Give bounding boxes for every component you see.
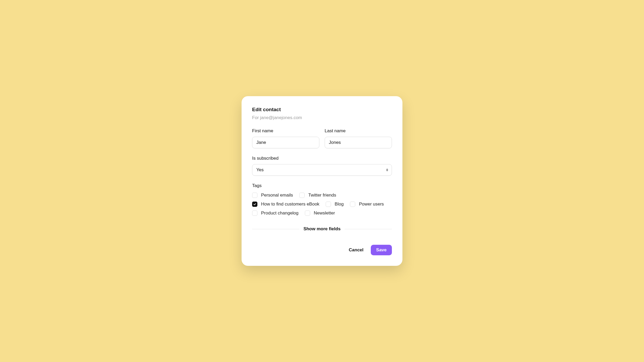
- tag-checkbox-item[interactable]: Newsletter: [305, 211, 335, 216]
- cancel-button[interactable]: Cancel: [349, 247, 364, 253]
- tags-list: Personal emailsTwitter friendsHow to fin…: [252, 193, 392, 216]
- last-name-label: Last name: [325, 128, 392, 134]
- subscribed-select-wrapper: Yes: [252, 164, 392, 176]
- tags-label: Tags: [252, 183, 392, 188]
- checkbox-box[interactable]: [252, 202, 257, 207]
- show-more-divider: Show more fields: [252, 226, 392, 232]
- modal-subtitle: For jane@janejones.com: [252, 115, 392, 120]
- checkbox-box[interactable]: [252, 193, 257, 198]
- edit-contact-modal: Edit contact For jane@janejones.com Firs…: [242, 96, 402, 266]
- modal-title: Edit contact: [252, 107, 392, 112]
- checkbox-label: Blog: [335, 202, 344, 207]
- tags-group: Tags Personal emailsTwitter friendsHow t…: [252, 183, 392, 216]
- tag-checkbox-item[interactable]: Personal emails: [252, 193, 293, 198]
- save-button[interactable]: Save: [371, 245, 392, 255]
- divider-line: [345, 229, 392, 229]
- last-name-group: Last name: [325, 128, 392, 148]
- checkbox-label: Newsletter: [314, 211, 335, 216]
- checkbox-box[interactable]: [305, 211, 310, 216]
- checkbox-box[interactable]: [350, 202, 355, 207]
- tag-checkbox-item[interactable]: Product changelog: [252, 211, 299, 216]
- checkbox-label: Power users: [359, 202, 384, 207]
- name-row: First name Last name: [252, 128, 392, 148]
- checkbox-label: Personal emails: [261, 193, 293, 198]
- tag-checkbox-item[interactable]: Power users: [350, 202, 384, 207]
- divider-line: [252, 229, 299, 229]
- checkbox-label: Twitter friends: [308, 193, 336, 198]
- modal-actions: Cancel Save: [252, 245, 392, 255]
- tag-checkbox-item[interactable]: Blog: [326, 202, 344, 207]
- subscribed-group: Is subscribed Yes: [252, 156, 392, 176]
- last-name-input[interactable]: [325, 137, 392, 148]
- check-icon: [253, 203, 256, 206]
- checkbox-box[interactable]: [326, 202, 331, 207]
- first-name-label: First name: [252, 128, 319, 134]
- tag-checkbox-item[interactable]: Twitter friends: [299, 193, 336, 198]
- checkbox-box[interactable]: [299, 193, 305, 198]
- checkbox-label: Product changelog: [261, 211, 299, 216]
- subscribed-select[interactable]: Yes: [252, 164, 392, 176]
- subscribed-label: Is subscribed: [252, 156, 392, 161]
- first-name-group: First name: [252, 128, 319, 148]
- checkbox-label: How to find customers eBook: [261, 202, 319, 207]
- show-more-fields-button[interactable]: Show more fields: [299, 226, 345, 232]
- checkbox-box[interactable]: [252, 211, 257, 216]
- tag-checkbox-item[interactable]: How to find customers eBook: [252, 202, 319, 207]
- first-name-input[interactable]: [252, 137, 319, 148]
